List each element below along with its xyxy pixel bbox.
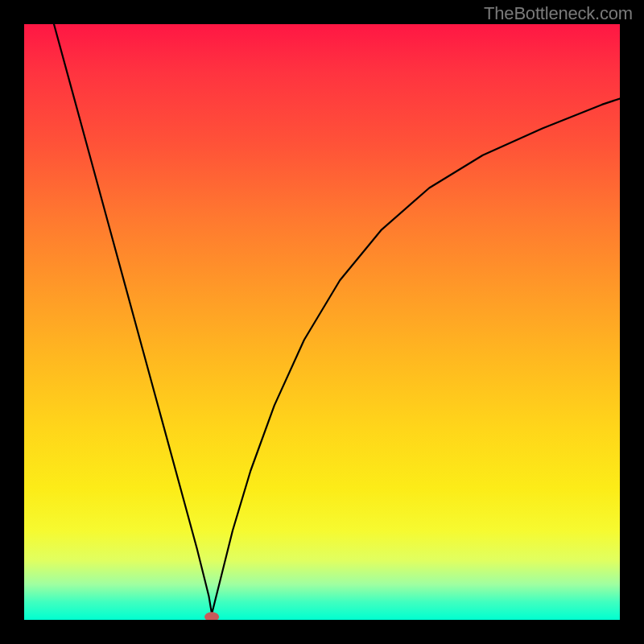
- watermark-text: TheBottleneck.com: [484, 3, 633, 24]
- plot-area: [24, 24, 620, 620]
- chart-svg: [24, 24, 620, 620]
- chart-frame: TheBottleneck.com: [0, 0, 644, 644]
- curve-path: [54, 24, 620, 614]
- min-marker: [204, 612, 219, 620]
